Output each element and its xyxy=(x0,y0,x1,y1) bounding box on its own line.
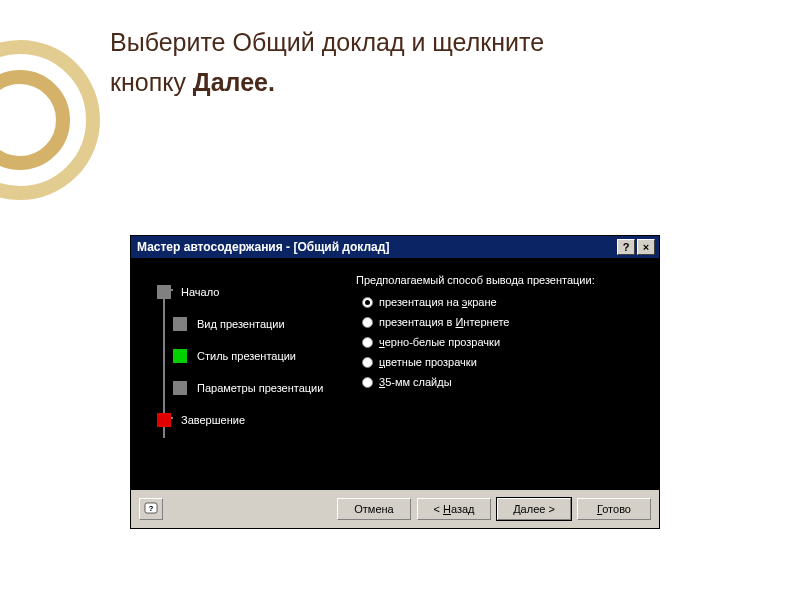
dialog-title: Мастер автосодержания - [Общий доклад] xyxy=(137,240,615,254)
wizard-dialog: Мастер автосодержания - [Общий доклад] ?… xyxy=(130,235,660,529)
cancel-button[interactable]: Отмена xyxy=(337,498,411,520)
back-button[interactable]: < Назад xyxy=(417,498,491,520)
step-box-icon xyxy=(173,381,187,395)
radio-icon xyxy=(362,297,373,308)
radio-icon xyxy=(362,377,373,388)
option-screen[interactable]: презентация на экране xyxy=(356,292,647,312)
step-start[interactable]: Начало xyxy=(157,276,336,308)
radio-icon xyxy=(362,317,373,328)
step-box-icon xyxy=(173,349,187,363)
radio-icon xyxy=(362,357,373,368)
step-presentation-type[interactable]: Вид презентации xyxy=(157,308,336,340)
instruction-line1: Выберите Общий доклад и щелкните xyxy=(110,22,544,62)
decorative-rings xyxy=(0,40,120,220)
svg-text:?: ? xyxy=(149,504,154,513)
titlebar: Мастер автосодержания - [Общий доклад] ?… xyxy=(131,236,659,258)
next-button[interactable]: Далее > xyxy=(497,498,571,520)
help-button[interactable]: ? xyxy=(617,239,635,255)
step-box-icon xyxy=(173,317,187,331)
option-bw-transparencies[interactable]: черно-белые прозрачки xyxy=(356,332,647,352)
dialog-footer: ? Отмена < Назад Далее > Готово xyxy=(131,490,659,528)
step-box-icon xyxy=(157,285,171,299)
dialog-body: Начало Вид презентации Стиль презентации… xyxy=(131,258,659,490)
step-finish[interactable]: Завершение xyxy=(157,404,336,436)
output-options: Предполагаемый способ вывода презентации… xyxy=(346,258,659,490)
step-presentation-style[interactable]: Стиль презентации xyxy=(157,340,336,372)
wizard-steps: Начало Вид презентации Стиль презентации… xyxy=(131,258,346,490)
close-button[interactable]: × xyxy=(637,239,655,255)
instruction-line2: кнопку Далее. xyxy=(110,62,544,102)
finish-button[interactable]: Готово xyxy=(577,498,651,520)
close-icon: × xyxy=(643,242,649,253)
help-footer-button[interactable]: ? xyxy=(139,498,163,520)
option-color-transparencies[interactable]: цветные прозрачки xyxy=(356,352,647,372)
help-icon: ? xyxy=(623,242,630,253)
step-box-icon xyxy=(157,413,171,427)
radio-icon xyxy=(362,337,373,348)
step-presentation-params[interactable]: Параметры презентации xyxy=(157,372,336,404)
instruction-text: Выберите Общий доклад и щелкните кнопку … xyxy=(110,22,544,102)
option-internet[interactable]: презентация в Интернете xyxy=(356,312,647,332)
options-header: Предполагаемый способ вывода презентации… xyxy=(356,274,647,286)
question-bubble-icon: ? xyxy=(144,502,158,516)
option-35mm-slides[interactable]: 35-мм слайды xyxy=(356,372,647,392)
